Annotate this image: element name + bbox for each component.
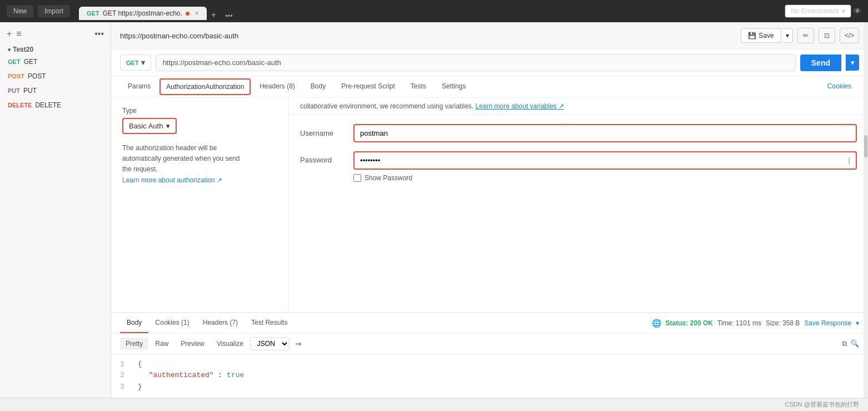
method-chevron-icon: ▾ <box>141 58 145 67</box>
sidebar-item-delete[interactable]: DELETE DELETE <box>0 98 111 112</box>
top-bar: New Import GET GET https://postman-echo.… <box>0 0 868 22</box>
copy-icon[interactable]: ⧉ <box>842 339 847 348</box>
sidebar-item-delete-name: DELETE <box>35 101 61 109</box>
password-label: Password <box>300 151 345 164</box>
fmt-tab-preview[interactable]: Preview <box>175 338 210 350</box>
username-row: Username <box>300 124 857 142</box>
tab-authorization[interactable]: AuthorizationAuthorization <box>159 78 251 95</box>
search-icon[interactable]: 🔍 <box>850 339 859 348</box>
env-chevron-icon: ▾ <box>842 7 845 15</box>
tab-pre-request[interactable]: Pre-request Script <box>333 77 403 97</box>
sidebar-group-test20[interactable]: ▾ Test20 <box>0 43 111 55</box>
json-close-brace: } <box>138 383 142 391</box>
sidebar-item-post-name: POST <box>28 72 46 80</box>
tab-headers[interactable]: Headers (8) <box>252 77 302 97</box>
method-selector[interactable]: GET ▾ <box>120 55 151 71</box>
show-password-row: Show Password <box>353 174 857 182</box>
json-line-3: 3 } <box>120 382 859 393</box>
tab-dot <box>186 12 189 16</box>
footer: CSDN @背着蓝书包的打野 <box>0 398 868 411</box>
sidebar: + ≡ ••• ▾ Test20 GET GET POST POST PUT P… <box>0 22 111 398</box>
method-get-label: GET <box>8 58 21 65</box>
password-row: Password | Show Password <box>300 151 857 182</box>
sidebar-item-get[interactable]: GET GET <box>0 55 111 69</box>
new-button[interactable]: New <box>7 5 33 17</box>
save-chevron-icon: ▾ <box>786 32 789 39</box>
tab-url: GET https://postman-echo. <box>103 9 182 17</box>
tab-cookies[interactable]: Cookies <box>820 77 859 97</box>
auth-right-panel: collaborative environment, we recommend … <box>289 98 868 312</box>
tab-more-button[interactable]: ••• <box>221 12 237 20</box>
save-button[interactable]: 💾 Save <box>741 28 781 43</box>
save-response-button[interactable]: Save Response <box>804 319 851 327</box>
show-password-label: Show Password <box>365 174 412 182</box>
sidebar-filter-button[interactable]: ≡ <box>16 29 21 39</box>
resp-tab-test-results[interactable]: Test Results <box>245 313 294 333</box>
content-area: https://postman-echo.com/basic-auth 💾 Sa… <box>111 22 868 398</box>
chevron-icon: ▾ <box>8 47 11 53</box>
url-display: https://postman-echo.com/basic-auth <box>120 32 736 40</box>
response-status-bar: 🌐 Status: 200 OK Time: 1101 ms Size: 358… <box>652 319 859 328</box>
username-input-wrapper <box>353 124 857 142</box>
method-value: GET <box>126 60 139 66</box>
vertical-scrollbar[interactable] <box>864 22 868 398</box>
fmt-tab-visualize[interactable]: Visualize <box>211 338 249 350</box>
request-url-input[interactable] <box>156 54 796 71</box>
code-button[interactable]: </> <box>840 28 859 43</box>
json-key-authenticated: "authenticated" <box>149 371 214 379</box>
sidebar-item-post[interactable]: POST POST <box>0 69 111 83</box>
fmt-tab-raw[interactable]: Raw <box>149 338 174 350</box>
tab-tests[interactable]: Tests <box>403 77 434 97</box>
resp-tab-body[interactable]: Body <box>120 313 148 333</box>
tab-settings[interactable]: Settings <box>434 77 473 97</box>
format-icon: ⇒ <box>295 339 302 348</box>
pencil-button[interactable]: ✏ <box>797 28 814 43</box>
variables-link[interactable]: Learn more about variables ↗ <box>476 102 564 110</box>
request-tab[interactable]: GET GET https://postman-echo. × <box>79 7 207 20</box>
tab-add-button[interactable]: + <box>207 10 221 20</box>
scrollbar-thumb[interactable] <box>864 135 867 157</box>
json-val-true: true <box>227 371 244 379</box>
tab-body[interactable]: Body <box>303 77 333 97</box>
resp-tab-headers[interactable]: Headers (7) <box>196 313 245 333</box>
sidebar-more-button[interactable]: ••• <box>94 29 104 39</box>
resp-tab-cookies[interactable]: Cookies (1) <box>148 313 196 333</box>
fmt-tab-pretty[interactable]: Pretty <box>120 338 148 350</box>
auth-type-chevron-icon: ▾ <box>166 122 170 130</box>
request-tabs: Params AuthorizationAuthorization Header… <box>111 76 868 98</box>
send-dropdown-button[interactable]: ▾ <box>846 55 859 71</box>
response-section: Body Cookies (1) Headers (7) Test Result… <box>111 312 868 398</box>
tab-params[interactable]: Params <box>120 77 158 97</box>
sidebar-item-put[interactable]: PUT PUT <box>0 83 111 98</box>
notice-bar: collaborative environment, we recommend … <box>289 98 868 115</box>
footer-text: CSDN @背着蓝书包的打野 <box>785 401 859 408</box>
tab-close-icon[interactable]: × <box>195 9 199 17</box>
auth-type-selector[interactable]: Basic Auth ▾ <box>122 118 177 134</box>
show-password-checkbox[interactable] <box>353 174 361 182</box>
password-input-wrapper: | <box>353 151 857 170</box>
auth-link[interactable]: Learn more about authorization ↗ <box>122 176 222 184</box>
url-bar: https://postman-echo.com/basic-auth 💾 Sa… <box>111 22 868 49</box>
auth-description: The authorization header will be automat… <box>122 143 277 186</box>
method-put-label: PUT <box>8 87 20 94</box>
save-dropdown-button[interactable]: ▾ <box>782 28 793 43</box>
save-response-chevron-icon[interactable]: ▾ <box>856 319 859 327</box>
username-input[interactable] <box>356 126 855 140</box>
format-selector[interactable]: JSON <box>250 337 290 350</box>
username-label: Username <box>300 129 345 137</box>
request-line: GET ▾ Send ▾ <box>111 49 868 76</box>
sidebar-group-label: Test20 <box>13 46 33 53</box>
split-button[interactable]: ⊡ <box>819 28 835 43</box>
response-time: Time: 1101 ms <box>717 319 761 327</box>
environment-selector[interactable]: No Environment ▾ <box>785 4 851 18</box>
top-right: No Environment ▾ 👁 <box>785 4 861 18</box>
sidebar-add-button[interactable]: + <box>7 29 12 39</box>
globe-icon: 🌐 <box>652 319 661 328</box>
eye-button[interactable]: 👁 <box>854 7 861 16</box>
type-label: Type <box>122 107 277 115</box>
send-button[interactable]: Send <box>800 55 841 71</box>
response-tabs: Body Cookies (1) Headers (7) Test Result… <box>111 313 868 334</box>
sidebar-item-put-name: PUT <box>23 87 37 95</box>
password-input[interactable] <box>356 153 844 167</box>
import-button[interactable]: Import <box>38 5 70 17</box>
